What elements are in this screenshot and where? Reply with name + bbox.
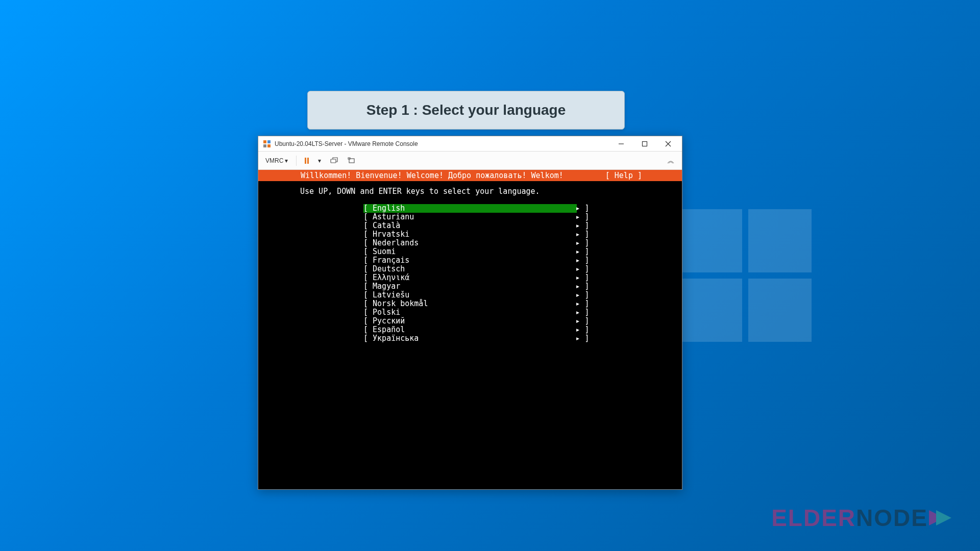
brand-part2: NODE	[856, 504, 928, 532]
submenu-arrow-icon: ▸	[575, 239, 584, 247]
language-option[interactable]: [ Suomi ▸ ]	[363, 247, 577, 256]
submenu-arrow-icon: ▸	[575, 282, 584, 291]
instruction-text: Use UP, DOWN and ENTER keys to select yo…	[258, 187, 682, 196]
submenu-arrow-icon: ▸	[575, 334, 584, 343]
language-name: Українська	[373, 334, 575, 343]
maximize-button[interactable]	[633, 136, 656, 152]
language-name: Asturianu	[373, 213, 575, 221]
svg-rect-1	[267, 140, 271, 143]
language-name: English	[373, 204, 575, 213]
dropdown-icon: ▾	[318, 157, 321, 164]
svg-rect-8	[331, 159, 336, 163]
language-name: Deutsch	[373, 265, 575, 273]
brand-part1: ELDER	[771, 504, 856, 532]
language-name: Latviešu	[373, 291, 575, 299]
installer-header: Willkommen! Bienvenue! Welcome! Добро по…	[258, 170, 682, 181]
connection-indicator[interactable]	[664, 155, 678, 166]
submenu-arrow-icon: ▸	[575, 221, 584, 230]
language-option[interactable]: [ Latviešu ▸ ]	[363, 291, 577, 299]
language-option[interactable]: [ Català ▸ ]	[363, 221, 577, 230]
svg-marker-12	[936, 510, 951, 525]
language-name: Norsk bokmål	[373, 299, 575, 308]
language-name: Hrvatski	[373, 230, 575, 239]
close-button[interactable]	[656, 136, 680, 152]
submenu-arrow-icon: ▸	[575, 230, 584, 239]
language-option[interactable]: [ Español ▸ ]	[363, 325, 577, 334]
greeting-text: Willkommen! Bienvenue! Welcome! Добро по…	[262, 171, 605, 180]
toolbar-separator	[296, 156, 297, 166]
toolbar: VMRC ▾ ▾	[258, 152, 682, 170]
submenu-arrow-icon: ▸	[575, 325, 584, 334]
vmware-window: Ubuntu-20.04LTS-Server - VMware Remote C…	[258, 136, 682, 490]
window-title: Ubuntu-20.04LTS-Server - VMware Remote C…	[275, 140, 609, 147]
language-list[interactable]: [ English ▸ ][ Asturianu ▸ ][ Català ▸ ]…	[258, 204, 682, 343]
language-option[interactable]: [ Hrvatski ▸ ]	[363, 230, 577, 239]
windows-logo	[679, 209, 812, 342]
send-keys-icon	[330, 157, 338, 164]
language-option[interactable]: [ Українська ▸ ]	[363, 334, 577, 343]
submenu-arrow-icon: ▸	[575, 204, 584, 213]
vmrc-menu-label: VMRC	[265, 157, 283, 164]
language-option[interactable]: [ Magyar ▸ ]	[363, 282, 577, 291]
language-option[interactable]: [ Polski ▸ ]	[363, 308, 577, 317]
language-name: Français	[373, 256, 575, 265]
language-option[interactable]: [ Norsk bokmål ▸ ]	[363, 299, 577, 308]
svg-rect-5	[643, 141, 647, 146]
submenu-arrow-icon: ▸	[575, 317, 584, 325]
language-name: Ελληνικά	[373, 273, 575, 282]
language-name: Русский	[373, 317, 575, 325]
submenu-arrow-icon: ▸	[575, 247, 584, 256]
language-name: Español	[373, 325, 575, 334]
submenu-arrow-icon: ▸	[575, 273, 584, 282]
submenu-arrow-icon: ▸	[575, 291, 584, 299]
language-name: Magyar	[373, 282, 575, 291]
language-option[interactable]: [ English ▸ ]	[363, 204, 577, 213]
window-controls	[609, 136, 680, 152]
console-body: Use UP, DOWN and ENTER keys to select yo…	[258, 181, 682, 343]
submenu-arrow-icon: ▸	[575, 265, 584, 273]
language-name: Polski	[373, 308, 575, 317]
window-titlebar[interactable]: Ubuntu-20.04LTS-Server - VMware Remote C…	[258, 136, 682, 152]
step-banner: Step 1 : Select your language	[307, 91, 625, 130]
language-name: Català	[373, 221, 575, 230]
dropdown-icon: ▾	[285, 157, 288, 164]
step-banner-text: Step 1 : Select your language	[366, 102, 566, 118]
language-name: Nederlands	[373, 239, 575, 247]
submenu-arrow-icon: ▸	[575, 299, 584, 308]
language-option[interactable]: [ Asturianu ▸ ]	[363, 213, 577, 221]
signal-icon	[667, 157, 675, 164]
minimize-button[interactable]	[609, 136, 633, 152]
fullscreen-button[interactable]	[345, 155, 359, 166]
pause-icon	[305, 158, 309, 164]
vmrc-menu[interactable]: VMRC ▾	[262, 155, 291, 166]
language-option[interactable]: [ Ελληνικά ▸ ]	[363, 273, 577, 282]
fullscreen-icon	[348, 157, 356, 164]
svg-rect-2	[263, 144, 266, 147]
help-link[interactable]: [ Help ]	[605, 171, 678, 180]
language-name: Suomi	[373, 247, 575, 256]
submenu-arrow-icon: ▸	[575, 213, 584, 221]
app-icon	[262, 139, 272, 148]
submenu-arrow-icon: ▸	[575, 256, 584, 265]
language-option[interactable]: [ Русский ▸ ]	[363, 317, 577, 325]
submenu-arrow-icon: ▸	[575, 308, 584, 317]
send-ctrlaltdel-button[interactable]	[327, 155, 341, 166]
brand-watermark: ELDERNODE	[771, 504, 955, 532]
pause-button[interactable]	[302, 156, 312, 166]
svg-rect-3	[267, 144, 271, 147]
brand-play-icon	[925, 505, 955, 531]
language-option[interactable]: [ Nederlands ▸ ]	[363, 239, 577, 247]
svg-rect-0	[263, 140, 266, 143]
console[interactable]: Willkommen! Bienvenue! Welcome! Добро по…	[258, 170, 682, 489]
power-menu[interactable]: ▾	[315, 155, 324, 166]
language-option[interactable]: [ Français ▸ ]	[363, 256, 577, 265]
language-option[interactable]: [ Deutsch ▸ ]	[363, 265, 577, 273]
